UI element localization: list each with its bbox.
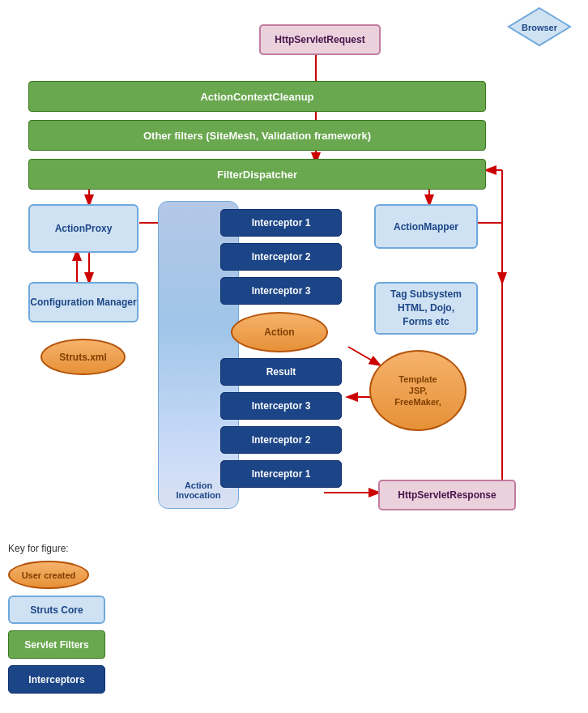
svg-line-6: [348, 347, 379, 365]
template-oval: Template JSP, FreeMaker,: [369, 350, 467, 431]
interceptor-2-bottom: Interceptor 2: [220, 426, 342, 454]
filter-dispatcher-bar: FilterDispatcher: [28, 159, 486, 190]
legend-item-user-created: User created: [8, 561, 113, 589]
legend-oval-user-created: User created: [8, 561, 89, 589]
legend-item-struts-core: Struts Core: [8, 596, 113, 624]
legend-title: Key for figure:: [8, 543, 113, 554]
other-filters-bar: Other filters (SiteMesh, Validation fram…: [28, 120, 486, 151]
interceptor-1-bottom: Interceptor 1: [220, 460, 342, 488]
legend-box-servlet-filters: Servlet Filters: [8, 630, 105, 659]
action-proxy-box: ActionProxy: [28, 204, 138, 253]
browser-diamond: Browser: [507, 6, 572, 47]
action-mapper-box: ActionMapper: [374, 204, 478, 249]
legend-box-interceptors: Interceptors: [8, 665, 105, 694]
interceptor-3-top: Interceptor 3: [220, 277, 342, 305]
svg-text:Browser: Browser: [522, 23, 558, 32]
http-servlet-response-box: HttpServletResponse: [378, 480, 516, 510]
diagram-container: ActionContextCleanup Other filters (Site…: [0, 0, 588, 535]
legend-item-interceptors: Interceptors: [8, 665, 113, 694]
legend-box-struts-core: Struts Core: [8, 596, 105, 624]
legend-item-servlet-filters: Servlet Filters: [8, 630, 113, 659]
http-servlet-request-box: HttpServletRequest: [259, 24, 381, 55]
legend: Key for figure: User created Struts Core…: [8, 543, 113, 700]
interceptor-3-bottom: Interceptor 3: [220, 392, 342, 420]
configuration-manager-box: Configuration Manager: [28, 282, 138, 322]
result-box: Result: [220, 358, 342, 386]
action-context-cleanup-bar: ActionContextCleanup: [28, 81, 486, 112]
action-oval: Action: [231, 312, 328, 352]
interceptor-1-top: Interceptor 1: [220, 209, 342, 237]
struts-xml-oval: Struts.xml: [40, 339, 126, 375]
interceptor-2-top: Interceptor 2: [220, 243, 342, 271]
tag-subsystem-box: Tag Subsystem HTML, Dojo, Forms etc: [374, 282, 478, 335]
